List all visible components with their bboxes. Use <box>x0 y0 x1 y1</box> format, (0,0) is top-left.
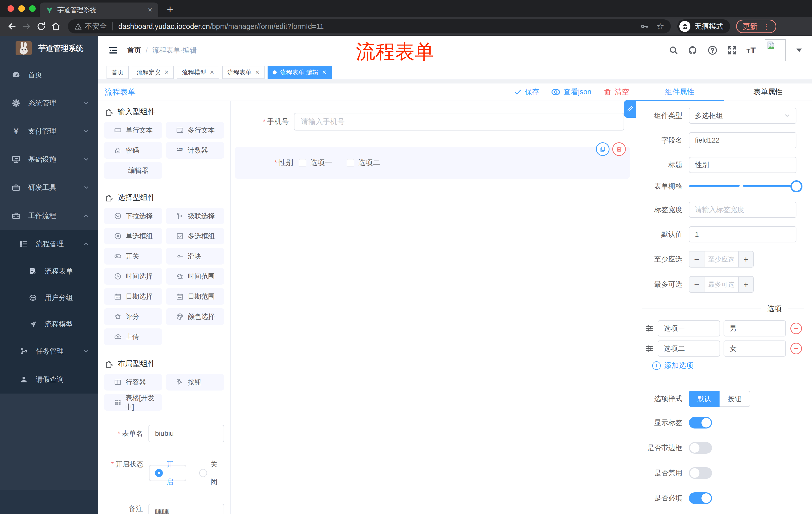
bookmark-star-icon[interactable]: ☆ <box>656 22 664 31</box>
tag-home[interactable]: 首页 <box>107 66 128 79</box>
component-date-range[interactable]: 日期范围 <box>166 288 224 305</box>
tab-form-props[interactable]: 表单属性 <box>724 83 812 101</box>
tab-component-props[interactable]: 组件属性 <box>636 83 724 101</box>
copy-component-button[interactable] <box>596 142 609 156</box>
forward-icon[interactable] <box>21 21 32 32</box>
component-counter[interactable]: 123 计数器 <box>166 142 224 159</box>
drag-handle-icon[interactable] <box>645 324 654 333</box>
form-name-input[interactable]: biubiu <box>148 425 224 442</box>
option-value-input[interactable]: 男 <box>724 320 786 336</box>
sidebar-item-payment[interactable]: ¥ 支付管理 <box>0 117 98 145</box>
component-cascader[interactable]: 级联选择 <box>166 208 224 224</box>
new-tab-button[interactable]: + <box>167 3 173 16</box>
component-radio-group[interactable]: 单选框组 <box>104 228 162 244</box>
field-phone[interactable]: *手机号 请输入手机号 <box>231 113 636 131</box>
sidebar-collapse-icon[interactable] <box>108 45 119 56</box>
decrease-button[interactable]: − <box>689 277 704 292</box>
phone-input[interactable]: 请输入手机号 <box>294 113 624 131</box>
close-icon[interactable]: ✕ <box>209 69 214 76</box>
option-value-input[interactable]: 女 <box>724 341 786 357</box>
sidebar-item-home[interactable]: 首页 <box>0 61 98 89</box>
increase-button[interactable]: + <box>738 251 753 267</box>
component-date-picker[interactable]: 日期选择 <box>104 288 162 305</box>
reload-icon[interactable] <box>36 21 47 32</box>
browser-tab[interactable]: 芋道管理系统 × <box>40 2 158 17</box>
browser-menu-icon[interactable]: ⋮ <box>762 22 770 31</box>
component-switch[interactable]: 开关 <box>104 248 162 265</box>
sidebar-item-workflow[interactable]: 工作流程 <box>0 202 98 230</box>
address-bar[interactable]: 不安全 dashboard.yudao.iocoder.cn/bpm/manag… <box>68 19 671 33</box>
title-input[interactable]: 性别 <box>689 157 796 173</box>
delete-component-button[interactable] <box>612 142 626 156</box>
status-radio-on[interactable]: 开启 <box>149 465 186 481</box>
close-icon[interactable]: ✕ <box>322 69 326 76</box>
add-option-button[interactable]: + 添加选项 <box>652 360 804 371</box>
component-table-dev[interactable]: 表格[开发中] <box>104 394 162 411</box>
component-single-text[interactable]: 单行文本 <box>104 122 162 139</box>
sidebar-item-leave-query[interactable]: 请假查询 <box>0 366 98 394</box>
form-grid-slider[interactable] <box>689 185 796 187</box>
component-color-picker[interactable]: 颜色选择 <box>166 308 224 325</box>
label-width-input[interactable]: 请输入标签宽度 <box>689 202 796 218</box>
remove-option-button[interactable]: − <box>790 343 802 354</box>
sidebar-item-process-model[interactable]: 流程模型 <box>0 311 98 337</box>
sidebar-item-process-form[interactable]: 流程表单 <box>0 258 98 285</box>
sidebar-item-devtools[interactable]: 研发工具 <box>0 173 98 202</box>
border-toggle[interactable] <box>689 442 712 454</box>
component-rate[interactable]: 评分 <box>104 308 162 325</box>
avatar[interactable] <box>765 39 786 61</box>
remove-option-button[interactable]: − <box>790 323 802 334</box>
field-name-input[interactable]: field122 <box>689 132 796 148</box>
browser-update-button[interactable]: 更新 ⋮ <box>736 20 776 33</box>
drag-handle-icon[interactable] <box>645 344 654 353</box>
component-time-picker[interactable]: 时间选择 <box>104 268 162 285</box>
key-icon[interactable] <box>640 22 649 31</box>
checkbox[interactable] <box>347 159 354 166</box>
component-type-select[interactable]: 多选框组 <box>689 108 796 124</box>
minimize-window-button[interactable] <box>18 5 25 12</box>
fullscreen-icon[interactable] <box>727 45 737 56</box>
component-upload[interactable]: 上传 <box>104 328 162 345</box>
sidebar-item-task-mgmt[interactable]: 任务管理 <box>0 337 98 366</box>
tag-process-model[interactable]: 流程模型✕ <box>177 66 219 79</box>
close-icon[interactable]: ✕ <box>255 69 260 76</box>
checkbox[interactable] <box>299 159 306 166</box>
component-button[interactable]: 按钮 <box>166 374 224 390</box>
back-icon[interactable] <box>6 21 18 32</box>
field-gender-selected[interactable]: *性别 选项一 选项二 <box>235 146 630 179</box>
clear-button[interactable]: 清空 <box>603 87 629 97</box>
required-toggle[interactable] <box>689 492 712 504</box>
tag-process-form-edit[interactable]: 流程表单-编辑✕ <box>267 66 331 79</box>
min-select-stepper[interactable]: − 至少应选 + <box>689 251 754 268</box>
component-time-range[interactable]: 时间范围 <box>166 268 224 285</box>
component-multi-text[interactable]: 多行文本 <box>166 122 224 139</box>
disabled-toggle[interactable] <box>689 467 712 479</box>
close-tab-icon[interactable]: × <box>148 5 152 14</box>
link-drag-tab[interactable] <box>624 100 636 118</box>
increase-button[interactable]: + <box>738 277 753 292</box>
form-remark-textarea[interactable]: 嘿嘿 <box>148 504 224 514</box>
slider-handle[interactable] <box>790 180 803 192</box>
github-icon[interactable] <box>688 45 698 56</box>
style-default-button[interactable]: 默认 <box>689 391 720 407</box>
breadcrumb-home[interactable]: 首页 <box>127 46 141 55</box>
tag-process-definition[interactable]: 流程定义✕ <box>132 66 174 79</box>
avatar-caret-icon[interactable] <box>796 49 802 52</box>
option-label-input[interactable]: 选项一 <box>658 320 720 336</box>
sidebar-item-user-group[interactable]: 用户分组 <box>0 285 98 311</box>
component-password[interactable]: 密码 <box>104 142 162 159</box>
min-select-value[interactable]: 至少应选 <box>704 251 738 267</box>
component-select[interactable]: 下拉选择 <box>104 208 162 224</box>
max-select-stepper[interactable]: − 最多可选 + <box>689 276 754 293</box>
tag-process-form[interactable]: 流程表单✕ <box>222 66 265 79</box>
help-icon[interactable] <box>707 45 718 56</box>
form-canvas[interactable]: *手机号 请输入手机号 *性别 选项一 选项二 <box>231 101 636 514</box>
close-window-button[interactable] <box>7 5 14 12</box>
zoom-window-button[interactable] <box>29 5 36 12</box>
save-button[interactable]: 保存 <box>514 87 540 97</box>
window-controls[interactable] <box>7 5 36 12</box>
sidebar-item-process-mgmt[interactable]: 流程管理 <box>0 230 98 258</box>
status-radio-off[interactable]: 关闭 <box>199 455 224 491</box>
gender-option1-checkbox[interactable]: 选项一 <box>299 158 332 168</box>
component-slider[interactable]: 滑块 <box>166 248 224 265</box>
